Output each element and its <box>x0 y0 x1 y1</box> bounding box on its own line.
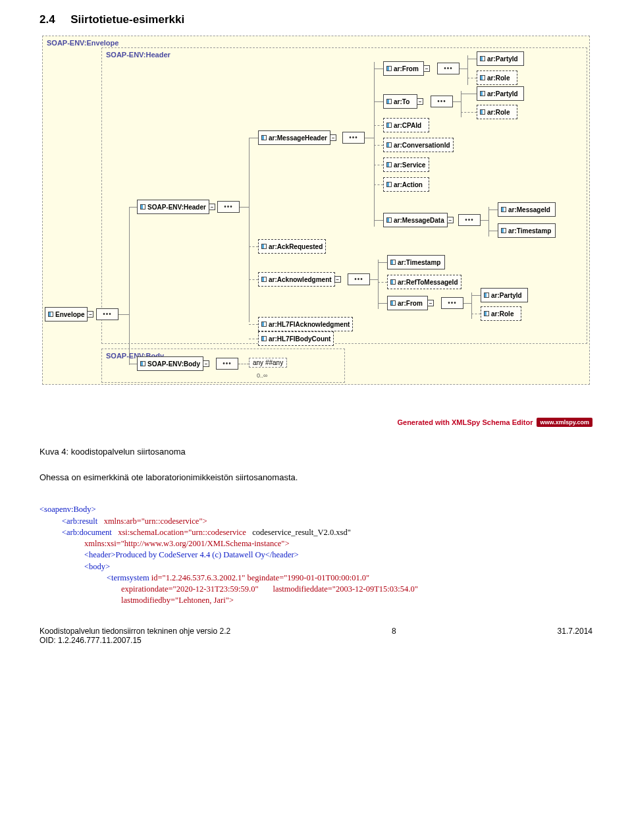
node-label: ar:Service <box>394 161 425 169</box>
node-acknowledgment: ar:Acknowledgment – <box>258 272 335 287</box>
sequence-connector <box>216 358 238 370</box>
node-label: ar:Action <box>394 181 423 188</box>
node-icon <box>480 56 485 61</box>
node-label: ar:MessageData <box>394 217 444 224</box>
section-heading: 2.4 Siirtotietue-esimerkki <box>40 13 592 26</box>
node-icon <box>484 293 489 298</box>
node-label: ar:CPAId <box>394 122 421 129</box>
page-footer: Koodistopalvelun tiedonsiirron tekninen … <box>40 627 592 645</box>
node-label: ar:ConversationId <box>394 142 450 149</box>
section-title-text: Siirtotietue-esimerkki <box>70 13 184 26</box>
sequence-connector <box>431 96 453 107</box>
node-label: Envelope <box>55 311 84 318</box>
node-label: ar:PartyId <box>491 292 522 299</box>
cardinality-label: 0..∞ <box>257 372 267 379</box>
node-timestamp-ack: ar:Timestamp <box>387 255 445 269</box>
node-icon <box>480 91 485 96</box>
node-hl7fi-bodycount: ar:HL7FIBodyCount <box>258 331 334 346</box>
node-icon <box>386 162 392 167</box>
node-cpaid: ar:CPAId <box>383 118 429 132</box>
code-line: <soapenv:Body> <box>40 505 96 514</box>
expand-icon: – <box>334 276 341 283</box>
node-soap-header: SOAP-ENV:Header – <box>137 200 209 214</box>
node-label: ar:HL7FIBodyCount <box>269 335 330 343</box>
footer-left-2: OID: 1.2.246.777.11.2007.15 <box>40 636 142 645</box>
node-partyid-2: ar:PartyId <box>477 86 524 101</box>
sequence-connector <box>342 132 365 144</box>
code-token: lastmodifieddate="2003-12-09T15:03:54.0" <box>273 584 417 594</box>
node-icon <box>48 312 53 317</box>
node-icon <box>390 260 396 265</box>
code-token: xmlns:xsi="http://www.w3.org/2001/XMLSch… <box>84 539 289 548</box>
node-label: ar:Role <box>487 109 510 116</box>
node-role-3: ar:Role <box>481 306 521 321</box>
node-hl7fi-ack: ar:HL7FIAcknowledgment <box>258 317 353 331</box>
node-label: ar:Acknowledgment <box>269 276 332 283</box>
node-from: ar:From – <box>383 61 424 76</box>
node-icon <box>390 300 396 306</box>
code-token: xmlns:arb="urn::codeservice"> <box>104 517 207 526</box>
expand-icon: – <box>423 65 430 72</box>
node-soap-body: SOAP-ENV:Body – <box>137 356 203 371</box>
sequence-connector <box>96 308 118 320</box>
node-icon <box>501 207 506 212</box>
node-icon <box>386 182 392 187</box>
node-icon <box>386 142 392 148</box>
node-label: SOAP-ENV:Body <box>147 360 200 368</box>
expand-icon: – <box>447 217 454 223</box>
node-icon <box>386 66 392 71</box>
sequence-connector <box>348 273 370 285</box>
node-label: ar:From <box>394 65 419 72</box>
node-label: ar:Role <box>487 74 510 82</box>
sequence-connector <box>437 63 460 74</box>
node-from-ack: ar:From – <box>387 296 428 310</box>
node-icon <box>480 109 485 115</box>
xmlspy-badge: www.xmlspy.com <box>537 418 592 427</box>
any-element-label: any ##any <box>249 358 287 368</box>
expand-icon: – <box>427 300 434 306</box>
node-label: any ##any <box>253 359 283 366</box>
node-label: ar:Timestamp <box>508 227 551 235</box>
sequence-connector <box>217 201 240 213</box>
node-icon <box>140 204 145 210</box>
xml-code-block: <soapenv:Body> <arb:result xmlns:arb="ur… <box>40 493 592 607</box>
code-token: expirationdate="2020-12-31T23:59:59.0" <box>121 584 259 594</box>
node-icon <box>501 228 506 233</box>
intro-paragraph: Ohessa on esimerkkinä ote laboratorionim… <box>40 472 592 482</box>
node-icon <box>261 336 267 341</box>
code-token: id="1.2.246.537.6.3.2002.1" <box>151 573 246 582</box>
sequence-connector <box>458 214 481 226</box>
node-partyid: ar:PartyId <box>477 51 524 66</box>
footer-left: Koodistopalvelun tiedonsiirron tekninen … <box>40 627 230 645</box>
code-token: <body> <box>84 562 110 571</box>
node-message-header: ar:MessageHeader – <box>258 130 330 145</box>
node-icon <box>261 277 267 282</box>
code-token: lastmodifiedby="Lehtonen, Jari"> <box>121 596 234 605</box>
node-label: ar:Timestamp <box>398 259 440 266</box>
figure-caption: Kuva 4: koodistopalvelun siirtosanoma <box>40 447 592 457</box>
node-label: ar:Role <box>491 310 514 318</box>
node-label: ar:MessageHeader <box>269 134 327 142</box>
node-envelope: Envelope – <box>45 307 88 322</box>
footer-right: 31.7.2014 <box>558 627 592 645</box>
code-token: codeservice_result_V2.0.xsd" <box>252 528 351 537</box>
code-token: <arb:document <box>62 528 112 537</box>
expand-icon: – <box>209 204 215 210</box>
node-label: ar:MessageId <box>508 206 550 213</box>
node-icon <box>386 99 392 104</box>
node-label: ar:From <box>398 300 423 307</box>
node-icon <box>261 135 267 140</box>
node-label: ar:RefToMessageId <box>398 279 458 286</box>
code-token: <arb:result <box>62 517 97 526</box>
node-icon <box>480 75 485 80</box>
node-icon <box>390 279 396 285</box>
header-group-label: SOAP-ENV:Header <box>106 51 171 59</box>
section-number: 2.4 <box>40 13 55 26</box>
expand-icon: – <box>417 98 423 105</box>
node-icon <box>140 361 145 366</box>
expand-icon: – <box>330 134 336 141</box>
node-icon <box>261 244 267 249</box>
node-messageid: ar:MessageId <box>498 202 556 217</box>
code-token: xsi:schemaLocation="urn::codeservice <box>118 528 246 537</box>
code-token: <termsystem <box>107 573 149 582</box>
